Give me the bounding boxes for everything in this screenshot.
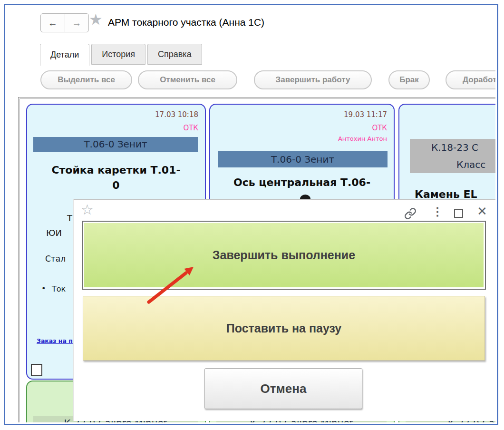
rework-button[interactable]: Доработ [446, 70, 495, 89]
finish-work-button[interactable]: Завершить работу [254, 70, 372, 89]
operator-name: Антохин Антон [338, 135, 387, 142]
cancel-button[interactable]: Отмена [204, 368, 362, 409]
bullet-icon: • [41, 284, 46, 293]
forward-button[interactable]: → [65, 14, 89, 32]
card-title-line1: Стойка каретки Т.01- [30, 163, 202, 178]
page-title: АРМ токарного участка (Анна 1С) [108, 17, 264, 28]
app-viewport: ← → ★ АРМ токарного участка (Анна 1С) Де… [5, 5, 495, 422]
annotation-arrow [140, 260, 202, 308]
close-icon[interactable]: ✕ [477, 205, 487, 217]
hidden-text-fragment: ЮИ [46, 228, 62, 238]
card-title-line1: Ось центральная Т.06- [213, 175, 391, 190]
status-badge: ОТК [183, 124, 198, 132]
tab-history[interactable]: История [91, 44, 145, 65]
action-dialog: ☆ ⋮ ✕ Завершить выполнение Поставить на … [74, 199, 495, 421]
card-datetime: 19.03 11:17 [344, 110, 387, 119]
hidden-text-fragment: Стал [45, 254, 66, 264]
favorite-star-icon[interactable]: ★ [89, 12, 103, 27]
card-datetime: 17.03 10:18 [155, 110, 198, 119]
workcenter-bar: Т.06-0 Зенит [33, 137, 198, 152]
hidden-text-fragment: Т [67, 213, 72, 223]
workcenter-bar: К.18-23 С Класс [410, 139, 495, 173]
tab-help[interactable]: Справка [147, 44, 202, 65]
back-arrow-icon: ← [48, 18, 58, 29]
cancel-all-button[interactable]: Отменить все [138, 70, 237, 89]
nav-button-group: ← → [40, 13, 89, 32]
select-all-button[interactable]: Выделить все [40, 70, 132, 89]
workcenter-line2: Класс [410, 156, 495, 173]
complete-execution-label: Завершить выполнение [213, 248, 355, 262]
link-icon[interactable] [404, 207, 417, 220]
hidden-text-fragment: Ток [52, 284, 66, 293]
production-order-link[interactable]: Заказ на п [37, 337, 73, 344]
workcenter-bar: Т.06-0 Зенит [218, 151, 388, 167]
card-title-line2: 0 [30, 178, 202, 193]
cancel-label: Отмена [261, 381, 307, 396]
forward-arrow-icon: → [72, 18, 81, 29]
dialog-favorite-star-icon[interactable]: ☆ [81, 203, 94, 217]
kebab-menu-icon[interactable]: ⋮ [432, 206, 443, 217]
defect-button[interactable]: Брак [388, 70, 430, 89]
back-button[interactable]: ← [41, 14, 65, 32]
tab-details[interactable]: Детали [40, 44, 89, 66]
workcenter-line1: К.18-23 С [410, 139, 495, 156]
maximize-icon[interactable] [454, 209, 463, 218]
tab-bar: Детали История Справка [40, 44, 202, 66]
status-badge: ОТК [372, 124, 387, 132]
card-checkbox[interactable] [31, 364, 42, 376]
pause-label: Поставить на паузу [226, 322, 342, 335]
